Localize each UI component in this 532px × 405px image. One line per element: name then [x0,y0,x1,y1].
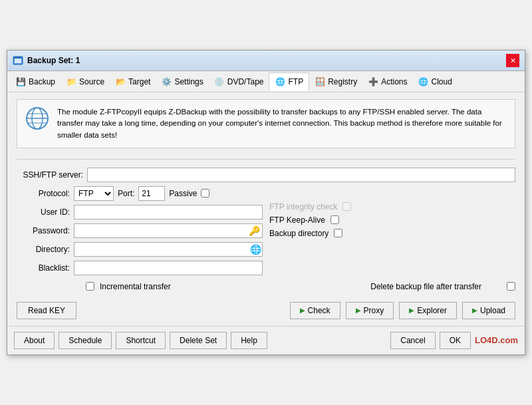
check-button[interactable]: ▶ Check [290,302,340,319]
password-label: Password: [17,226,70,235]
bottom-right: Cancel OK LO4D.com [390,332,518,349]
passive-label: Passive [169,189,197,198]
info-box: The module Z-FTPcopyII equips Z-DBackup … [17,99,515,148]
main-window: Backup Set: 1 ✕ 💾 Backup 📁 Source 📂 Targ… [7,50,525,355]
delete-set-button[interactable]: Delete Set [170,332,227,349]
userid-input[interactable] [74,205,263,219]
userid-label: User ID: [17,207,70,217]
svg-rect-1 [15,59,21,63]
toolbar-cloud[interactable]: 🌐 Cloud [413,72,458,90]
schedule-button[interactable]: Schedule [59,332,112,349]
dvd-icon: 💿 [214,76,225,87]
ssh-ftp-input[interactable] [87,168,515,182]
passive-checkbox[interactable] [201,189,209,198]
ok-button[interactable]: OK [440,332,471,349]
explorer-play-icon: ▶ [409,307,414,314]
directory-row: Directory: 🌐 [17,242,263,257]
close-button[interactable]: ✕ [506,54,519,67]
toolbar-backup[interactable]: 💾 Backup [10,72,61,90]
port-label: Port: [118,189,134,198]
actions-icon: ➕ [368,76,378,87]
protocol-row: Protocol: FTP SFTP FTPS Port: Passive [17,186,263,201]
ftp-integrity-label: FTP integrity check [269,202,337,211]
window-icon [13,55,23,66]
backup-directory-row: Backup directory [269,229,515,238]
right-section: FTP integrity check FTP Keep-Alive Backu… [269,186,515,275]
title-bar-left: Backup Set: 1 [13,55,80,66]
backup-directory-checkbox[interactable] [334,229,342,237]
shortcut-button[interactable]: Shortcut [116,332,166,349]
incremental-row: Incremental transfer Delete backup file … [17,282,515,291]
watermark: LO4D.com [475,335,518,345]
svg-rect-2 [13,57,23,59]
toolbar-ftp[interactable]: 🌐 FTP [269,72,309,91]
delete-backup-label: Delete backup file after transfer [370,282,481,291]
key-icon: 🔑 [249,225,260,236]
read-key-button[interactable]: Read KEY [17,302,76,319]
toolbar-actions[interactable]: ➕ Actions [362,72,412,90]
bottom-bar: About Schedule Shortcut Delete Set Help … [7,326,525,354]
ssh-ftp-row: SSH/FTP server: [17,168,515,182]
content-area: The module Z-FTPcopyII equips Z-DBackup … [7,92,525,326]
delete-backup-checkbox[interactable] [507,282,515,291]
incremental-label: Incremental transfer [100,282,171,291]
protocol-select[interactable]: FTP SFTP FTPS [74,186,114,201]
cancel-button[interactable]: Cancel [390,332,435,349]
toolbar-registry[interactable]: 🪟 Registry [309,72,362,90]
toolbar-source[interactable]: 📁 Source [61,72,110,90]
ftp-keepalive-row: FTP Keep-Alive [269,215,515,225]
action-row: Read KEY ▶ Check ▶ Proxy ▶ Explorer ▶ Up… [17,302,515,319]
upload-play-icon: ▶ [472,307,477,314]
toolbar-settings[interactable]: ⚙️ Settings [156,72,208,90]
toolbar: 💾 Backup 📁 Source 📂 Target ⚙️ Settings 💿… [7,71,525,92]
divider [17,159,515,160]
check-play-icon: ▶ [300,307,305,314]
target-icon: 📂 [115,76,126,87]
protocol-label: Protocol: [17,189,70,198]
ftp-keepalive-label: FTP Keep-Alive [269,215,325,225]
help-button[interactable]: Help [231,332,267,349]
ftp-keepalive-checkbox[interactable] [331,215,339,224]
port-input[interactable] [138,186,165,201]
blacklist-label: Blacklist: [17,263,70,273]
about-button[interactable]: About [14,332,55,349]
source-icon: 📁 [66,76,76,87]
ftp-integrity-checkbox[interactable] [342,202,351,211]
userid-row: User ID: [17,205,263,219]
title-bar: Backup Set: 1 ✕ [7,51,525,71]
password-row: Password: 🔑 [17,223,263,238]
upload-button[interactable]: ▶ Upload [462,302,515,319]
action-buttons: ▶ Check ▶ Proxy ▶ Explorer ▶ Upload [290,302,515,319]
explorer-button[interactable]: ▶ Explorer [399,302,457,319]
directory-globe-button[interactable]: 🌐 [250,244,261,255]
proxy-button[interactable]: ▶ Proxy [346,302,394,319]
blacklist-row: Blacklist: [17,261,263,275]
cloud-icon: 🌐 [418,76,429,87]
ssh-ftp-label: SSH/FTP server: [17,170,83,180]
ftp-integrity-row: FTP integrity check [269,202,515,211]
settings-icon: ⚙️ [161,76,172,87]
password-input[interactable] [74,223,263,238]
toolbar-dvd-tape[interactable]: 💿 DVD/Tape [209,72,269,90]
toolbar-target[interactable]: 📂 Target [110,72,156,90]
registry-icon: 🪟 [315,76,325,87]
directory-input[interactable] [74,242,263,257]
incremental-checkbox[interactable] [86,282,94,291]
directory-label: Directory: [17,245,70,254]
proxy-play-icon: ▶ [356,307,361,314]
info-globe-icon [25,106,49,130]
backup-directory-label: Backup directory [269,229,329,238]
backup-icon: 💾 [15,76,26,87]
ftp-icon: 🌐 [275,76,285,87]
info-text: The module Z-FTPcopyII equips Z-DBackup … [57,106,507,141]
title-text: Backup Set: 1 [27,56,80,65]
blacklist-input[interactable] [74,261,263,275]
